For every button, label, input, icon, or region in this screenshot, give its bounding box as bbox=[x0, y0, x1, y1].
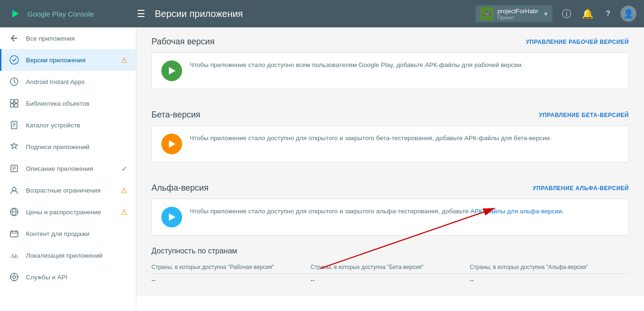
availability-col-production: Страны, в которых доступна "Рабочая верс… bbox=[151, 261, 310, 286]
alpha-info-card: Чтобы приложение стало доступно для откр… bbox=[151, 199, 629, 235]
sidebar-item-age-ratings[interactable]: Возрастные ограничения ⚠ bbox=[0, 179, 136, 201]
page-title: Версии приложения bbox=[155, 8, 476, 19]
project-info: projectForHabr Проект bbox=[497, 8, 538, 20]
sidebar-item-age-ratings-label: Возрастные ограничения bbox=[26, 187, 120, 194]
app-description-success-badge: ✓ bbox=[120, 164, 128, 173]
alpha-text-link[interactable]: АРК-файлы для альфа-версии bbox=[470, 208, 562, 215]
availability-beta-value: -- bbox=[310, 274, 469, 286]
svg-rect-8 bbox=[15, 100, 18, 103]
svg-text:🎮: 🎮 bbox=[482, 9, 492, 18]
availability-alpha-value: -- bbox=[470, 274, 629, 286]
sidebar: Все приложения Версии приложения ⚠ Andro… bbox=[0, 27, 136, 311]
sidebar-item-app-description-label: Описание приложения bbox=[26, 165, 120, 172]
bell-icon: 🔔 bbox=[582, 8, 594, 19]
sidebar-item-device-catalog[interactable]: Каталог устройств bbox=[0, 114, 136, 136]
sidebar-item-app-signing[interactable]: Подписи приложений bbox=[0, 136, 136, 158]
sidebar-item-localization[interactable]: Aあ Локализация приложений bbox=[0, 244, 136, 266]
sidebar-item-in-app-products[interactable]: Контент для продажи bbox=[0, 223, 136, 244]
sidebar-item-app-versions-label: Версии приложения bbox=[26, 57, 120, 64]
availability-production-header: Страны, в которых доступна "Рабочая верс… bbox=[151, 261, 310, 274]
sidebar-item-services-api[interactable]: Службы и API bbox=[0, 266, 136, 288]
help-icon: ? bbox=[606, 9, 611, 18]
localization-icon: Aあ bbox=[9, 250, 19, 261]
sidebar-item-in-app-products-label: Контент для продажи bbox=[26, 230, 128, 237]
back-arrow-icon bbox=[9, 33, 19, 43]
menu-icon: ☰ bbox=[137, 8, 145, 19]
avatar[interactable]: 👤 bbox=[620, 6, 636, 22]
menu-toggle-button[interactable]: ☰ bbox=[135, 6, 147, 21]
svg-rect-10 bbox=[15, 104, 18, 107]
project-name: projectForHabr bbox=[497, 8, 538, 15]
svg-marker-32 bbox=[169, 140, 176, 148]
app-header: Google Play Console ☰ Версии приложения … bbox=[0, 0, 644, 27]
availability-table: Страны, в которых доступна "Рабочая верс… bbox=[151, 261, 629, 286]
app-versions-icon bbox=[9, 55, 19, 65]
divider-1 bbox=[136, 91, 644, 101]
project-selector[interactable]: 🎮 projectForHabr Проект ▾ bbox=[476, 5, 552, 22]
project-subtitle: Проект bbox=[497, 15, 538, 20]
app-description-icon bbox=[9, 163, 19, 174]
svg-text:あ: あ bbox=[14, 253, 18, 259]
sidebar-item-app-signing-label: Подписи приложений bbox=[26, 143, 128, 151]
alpha-info-text: Чтобы приложение стало доступно для откр… bbox=[190, 207, 564, 216]
layout: Все приложения Версии приложения ⚠ Andro… bbox=[0, 27, 644, 311]
main-wrapper: Рабочая версия УПРАВЛЕНИЕ РАБОЧЕЙ ВЕРСИЕ… bbox=[136, 27, 644, 311]
production-info-card: Чтобы приложение стало доступно всем пол… bbox=[151, 52, 629, 89]
info-button[interactable]: ⓘ bbox=[558, 5, 575, 22]
production-section: Рабочая версия УПРАВЛЕНИЕ РАБОЧЕЙ ВЕРСИЕ… bbox=[136, 27, 644, 89]
pricing-warning-badge: ⚠ bbox=[120, 208, 128, 216]
production-play-icon bbox=[161, 60, 182, 81]
sidebar-item-services-api-label: Службы и API bbox=[26, 274, 128, 281]
beta-info-text: Чтобы приложение стало доступно для откр… bbox=[190, 134, 552, 143]
svg-marker-31 bbox=[169, 67, 176, 75]
chevron-down-icon: ▾ bbox=[544, 9, 548, 18]
production-info-text: Чтобы приложение стало доступно всем пол… bbox=[190, 60, 523, 70]
sidebar-item-all-apps[interactable]: Все приложения bbox=[0, 27, 136, 49]
logo-text: Google Play Console bbox=[27, 10, 94, 18]
app-versions-warning-badge: ⚠ bbox=[120, 56, 128, 64]
availability-section: Доступность по странам Страны, в которых… bbox=[136, 237, 644, 296]
manage-beta-link[interactable]: УПРАВЛЕНИЕ БЕТА-ВЕРСИЕЙ bbox=[539, 112, 629, 118]
production-title: Рабочая версия bbox=[151, 37, 215, 47]
beta-title: Бета-версия bbox=[151, 110, 200, 120]
svg-rect-7 bbox=[10, 100, 14, 103]
app-signing-icon bbox=[9, 142, 19, 152]
alpha-text-part2: . bbox=[562, 208, 564, 215]
logo-area: Google Play Console bbox=[8, 6, 135, 21]
asset-library-icon bbox=[9, 98, 19, 109]
manage-production-link[interactable]: УПРАВЛЕНИЕ РАБОЧЕЙ ВЕРСИЕЙ bbox=[526, 39, 629, 45]
notifications-button[interactable]: 🔔 bbox=[579, 5, 596, 22]
device-catalog-icon bbox=[9, 120, 19, 130]
alpha-title: Альфа-версия bbox=[151, 183, 209, 193]
production-section-header: Рабочая версия УПРАВЛЕНИЕ РАБОЧЕЙ ВЕРСИЕ… bbox=[151, 37, 629, 47]
alpha-text-part1: Чтобы приложение стало доступно для откр… bbox=[190, 208, 470, 215]
in-app-products-icon bbox=[9, 228, 19, 239]
help-button[interactable]: ? bbox=[600, 5, 617, 22]
availability-production-value: -- bbox=[151, 274, 310, 286]
sidebar-item-pricing[interactable]: Цены и распространение ⚠ bbox=[0, 201, 136, 223]
manage-alpha-link[interactable]: УПРАВЛЕНИЕ АЛЬФА-ВЕРСИЕЙ bbox=[533, 185, 629, 192]
avatar-icon: 👤 bbox=[623, 8, 634, 19]
services-api-icon bbox=[9, 272, 19, 282]
project-icon: 🎮 bbox=[480, 7, 493, 20]
pricing-icon bbox=[9, 207, 19, 217]
availability-beta-header: Страны, в которых доступна "Бета-версия" bbox=[310, 261, 469, 274]
sidebar-item-asset-library[interactable]: Библиотека объектов bbox=[0, 92, 136, 114]
availability-col-alpha: Страны, в которых доступна "Альфа-версия… bbox=[470, 261, 629, 286]
sidebar-item-instant-apps-label: Android Instant Apps bbox=[26, 78, 128, 85]
alpha-section: Альфа-версия УПРАВЛЕНИЕ АЛЬФА-ВЕРСИЕЙ Чт… bbox=[136, 174, 644, 235]
header-actions: ⓘ 🔔 ? 👤 bbox=[558, 5, 636, 22]
beta-section: Бета-версия УПРАВЛЕНИЕ БЕТА-ВЕРСИЕЙ Чтоб… bbox=[136, 101, 644, 162]
beta-play-icon bbox=[161, 134, 182, 154]
divider-2 bbox=[136, 164, 644, 174]
sidebar-item-device-catalog-label: Каталог устройств bbox=[26, 122, 128, 129]
svg-point-5 bbox=[10, 56, 18, 64]
alpha-play-icon bbox=[161, 207, 182, 227]
availability-col-beta: Страны, в которых доступна "Бета-версия"… bbox=[310, 261, 469, 286]
sidebar-item-app-versions[interactable]: Версии приложения ⚠ bbox=[0, 49, 136, 71]
beta-section-header: Бета-версия УПРАВЛЕНИЕ БЕТА-ВЕРСИЕЙ bbox=[151, 110, 629, 120]
sidebar-item-localization-label: Локализация приложений bbox=[26, 252, 128, 259]
sidebar-item-app-description[interactable]: Описание приложения ✓ bbox=[0, 158, 136, 179]
availability-title: Доступность по странам bbox=[151, 247, 629, 255]
sidebar-item-instant-apps[interactable]: Android Instant Apps bbox=[0, 71, 136, 92]
